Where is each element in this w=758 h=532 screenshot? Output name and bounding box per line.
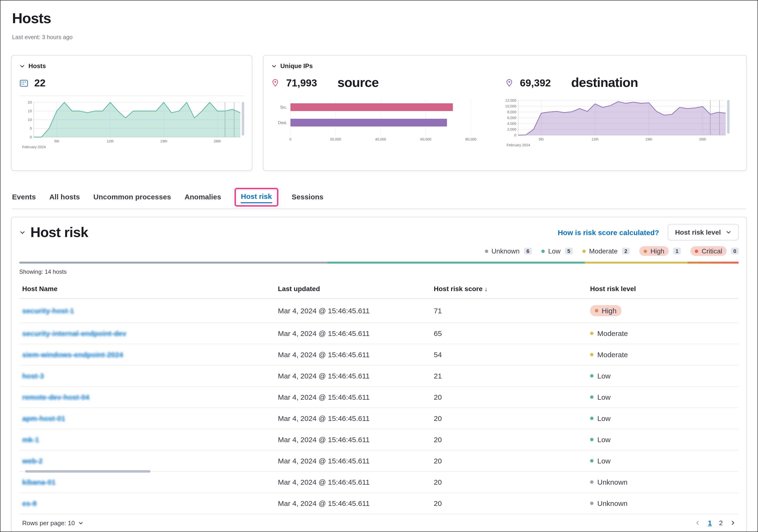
page-header: Hosts Last event: 3 hours ago xyxy=(0,0,758,41)
table-row: host-3Mar 4, 2024 @ 15:46:45.61121Low xyxy=(19,366,739,387)
host-name-link[interactable]: siem-windows-endpoint-2024 xyxy=(22,350,123,359)
chart-scrollbar[interactable] xyxy=(727,100,730,134)
host-risk-score-cell: 21 xyxy=(434,372,590,380)
kpi-panels-row: Hosts 22 051015205th12th19th26thFebruary… xyxy=(11,55,747,171)
tab-sessions[interactable]: Sessions xyxy=(292,193,324,201)
pagination-page-1[interactable]: 1 xyxy=(708,519,712,527)
pagination-prev-button[interactable] xyxy=(695,520,701,526)
svg-text:60,000: 60,000 xyxy=(420,137,431,141)
risk-level-dot xyxy=(590,353,594,356)
collapse-host-risk-icon[interactable] xyxy=(19,229,25,235)
host-risk-panel: Host risk How is risk score calculated? … xyxy=(11,217,747,532)
legend-item-unknown[interactable]: Unknown6 xyxy=(485,247,532,255)
pagination-next-button[interactable] xyxy=(730,520,736,526)
svg-text:12th: 12th xyxy=(107,139,114,143)
legend-dot xyxy=(644,249,647,253)
destination-ips-count: 69,392 xyxy=(520,77,551,89)
tab-events[interactable]: Events xyxy=(12,193,36,201)
svg-text:Dest.: Dest. xyxy=(278,121,287,125)
tab-host-risk[interactable]: Host risk xyxy=(241,192,272,203)
svg-text:10,000: 10,000 xyxy=(505,104,516,108)
hosts-page: Hosts Last event: 3 hours ago Hosts 22 xyxy=(0,0,758,532)
host-name-link[interactable]: apm-host-01 xyxy=(22,414,65,422)
host-name-link[interactable]: security-internal-endpoint-dev xyxy=(22,329,126,337)
chart-scrollbar[interactable] xyxy=(242,102,244,136)
legend-label: High xyxy=(650,247,664,255)
showing-count: Showing: 14 hosts xyxy=(19,268,739,275)
risk-score-calc-link[interactable]: How is risk score calculated? xyxy=(558,228,659,236)
host-name-link[interactable]: mk-1 xyxy=(22,436,39,443)
last-updated-cell: Mar 4, 2024 @ 15:46:45.611 xyxy=(278,478,434,486)
column-header-host-name[interactable]: Host Name xyxy=(22,285,278,293)
host-name-link[interactable]: security-host-1 xyxy=(22,306,74,315)
pagination-page-2[interactable]: 2 xyxy=(719,519,723,527)
rows-per-page-button[interactable]: Rows per page: 10 xyxy=(22,519,84,526)
legend-dot xyxy=(695,249,698,253)
legend-dot xyxy=(485,249,488,253)
hosts-area-chart: 051015205th12th19th26thFebruary 2024 xyxy=(19,99,244,150)
table-row: kibana-01Mar 4, 2024 @ 15:46:45.61120Unk… xyxy=(19,472,739,493)
risk-distribution-bar xyxy=(19,262,739,264)
table-row: security-internal-endpoint-devMar 4, 202… xyxy=(19,323,739,344)
host-name-link[interactable]: host-3 xyxy=(22,372,44,380)
legend-count-badge: 1 xyxy=(673,248,681,254)
host-risk-score-cell: 20 xyxy=(434,478,590,486)
column-header-host-risk-level[interactable]: Host risk level xyxy=(590,285,736,293)
svg-text:5: 5 xyxy=(30,126,32,130)
chevron-down-icon[interactable] xyxy=(271,63,277,69)
svg-text:10: 10 xyxy=(28,118,32,122)
svg-text:0: 0 xyxy=(514,133,516,137)
hosts-kpi-panel: Hosts 22 051015205th12th19th26thFebruary… xyxy=(11,55,252,171)
tab-anomalies[interactable]: Anomalies xyxy=(185,193,221,201)
legend-item-low[interactable]: Low5 xyxy=(541,247,573,255)
table-footer: Rows per page: 10 12 xyxy=(19,514,739,532)
unique-ips-panel-title: Unique IPs xyxy=(280,62,313,70)
host-risk-level-cell: Low xyxy=(590,436,736,443)
tab-all-hosts[interactable]: All hosts xyxy=(49,193,80,201)
table-row: web-2Mar 4, 2024 @ 15:46:45.61120Low xyxy=(19,450,739,472)
risk-level-dot xyxy=(590,332,594,335)
table-header-row: Host NameLast updatedHost risk score↓Hos… xyxy=(19,280,739,299)
svg-text:19th: 19th xyxy=(160,139,167,143)
svg-text:6,000: 6,000 xyxy=(507,116,516,120)
table-row: remote-dev-host-04Mar 4, 2024 @ 15:46:45… xyxy=(19,387,739,408)
svg-text:40,000: 40,000 xyxy=(375,137,386,141)
risk-level-text: Moderate xyxy=(597,350,628,359)
last-updated-cell: Mar 4, 2024 @ 15:46:45.611 xyxy=(278,436,434,443)
source-label: source xyxy=(337,75,379,90)
host-name-link[interactable]: remote-dev-host-04 xyxy=(22,393,89,401)
risk-level-badge: High xyxy=(590,305,621,316)
risk-bar-segment-moderate xyxy=(585,262,687,264)
svg-text:19th: 19th xyxy=(645,137,652,141)
host-name-link[interactable]: web-2 xyxy=(22,457,43,465)
risk-level-dot xyxy=(590,459,594,462)
host-risk-level-cell: Low xyxy=(590,414,736,422)
host-name-link[interactable]: kibana-01 xyxy=(22,478,55,486)
risk-level-dot xyxy=(590,395,594,399)
chevron-down-icon[interactable] xyxy=(19,63,25,69)
chevron-down-icon xyxy=(726,229,732,235)
risk-level-text: Low xyxy=(597,393,611,401)
legend-pill: Critical xyxy=(690,246,727,256)
host-name-link[interactable]: es-8 xyxy=(22,499,37,507)
column-header-last-updated[interactable]: Last updated xyxy=(278,285,434,293)
column-header-host-risk-score[interactable]: Host risk score↓ xyxy=(434,285,590,293)
risk-level-dot xyxy=(590,502,594,505)
sort-desc-icon: ↓ xyxy=(484,285,488,293)
host-risk-level-cell: Moderate xyxy=(590,329,736,337)
table-row: security-host-1Mar 4, 2024 @ 15:46:45.61… xyxy=(19,299,739,323)
tab-uncommon-processes[interactable]: Uncommon processes xyxy=(93,193,171,201)
host-risk-title: Host risk xyxy=(30,224,88,240)
horizontal-scrollbar[interactable] xyxy=(25,470,151,473)
legend-item-moderate[interactable]: Moderate2 xyxy=(582,247,630,255)
legend-item-critical[interactable]: Critical0 xyxy=(690,246,739,256)
svg-text:4,000: 4,000 xyxy=(507,122,516,125)
host-risk-level-filter-button[interactable]: Host risk level xyxy=(668,224,739,240)
svg-text:February 2024: February 2024 xyxy=(22,145,46,149)
host-risk-level-cell: Low xyxy=(590,372,736,380)
last-updated-cell: Mar 4, 2024 @ 15:46:45.611 xyxy=(278,414,434,422)
host-risk-level-cell: Low xyxy=(590,393,736,401)
svg-text:Src.: Src. xyxy=(280,105,287,109)
legend-item-high[interactable]: High1 xyxy=(639,246,681,256)
filter-button-label: Host risk level xyxy=(675,228,721,236)
